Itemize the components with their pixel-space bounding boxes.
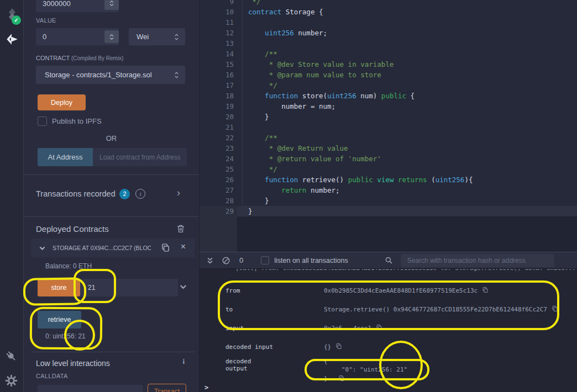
solidity-compiler-icon[interactable]: ✓ bbox=[5, 8, 19, 22]
line-number: 19 bbox=[200, 101, 234, 112]
instance-balance: Balance: 0 ETH bbox=[45, 262, 92, 270]
terminal-prompt[interactable]: > bbox=[204, 384, 208, 391]
icon-sidebar: ✓ bbox=[0, 0, 24, 392]
chevron-right-icon[interactable]: › bbox=[177, 187, 180, 199]
code-line: 12 uint256 number; bbox=[200, 28, 577, 38]
listen-all-transactions-label: listen on all transactions bbox=[274, 257, 348, 264]
value-unit-select[interactable]: Wei bbox=[129, 28, 185, 45]
code-text: uint256 number; bbox=[234, 28, 327, 38]
value-stepper[interactable] bbox=[104, 30, 119, 43]
terminal-row-value: 0x0b2985C3Dd4cEaeAAE848D1fE68977519Ee5c1… bbox=[324, 287, 478, 294]
terminal-row-label: from bbox=[225, 287, 324, 294]
terminal-row-value: {} bbox=[324, 343, 331, 351]
code-text bbox=[234, 38, 248, 49]
terminal-toolbar: 0 listen on all transactions bbox=[200, 252, 577, 268]
code-line: 28 } bbox=[200, 195, 577, 206]
line-number: 23 bbox=[200, 143, 234, 153]
code-line: 17 */ bbox=[200, 80, 577, 91]
trash-icon[interactable] bbox=[176, 224, 186, 234]
code-text: /** bbox=[234, 49, 277, 59]
value-unit-selected: Wei bbox=[137, 33, 149, 41]
line-number: 11 bbox=[200, 17, 234, 28]
chevron-down-icon[interactable] bbox=[179, 283, 187, 291]
low-level-interactions-title: Low level interactions bbox=[36, 359, 110, 368]
terminal-row-label: input bbox=[225, 325, 324, 332]
contract-select[interactable]: Storage - contracts/1_Storage.sol bbox=[36, 66, 185, 84]
line-number: 12 bbox=[200, 28, 234, 38]
line-number: 20 bbox=[200, 112, 234, 122]
listen-all-transactions-checkbox[interactable] bbox=[261, 256, 269, 264]
code-editor[interactable]: 9 */10contract Storage {1112 uint256 num… bbox=[199, 0, 577, 252]
line-number: 17 bbox=[200, 80, 234, 91]
contract-selected: Storage - contracts/1_Storage.sol bbox=[45, 71, 152, 79]
code-line: 24 * @return value of 'number' bbox=[200, 153, 577, 164]
clear-console-icon[interactable] bbox=[222, 256, 230, 265]
terminal-row: toStorage.retrieve() 0x94C46772687cCD185… bbox=[225, 305, 558, 324]
code-text: * @return value of 'number' bbox=[234, 153, 381, 164]
contract-label: CONTRACT (Compiled By Remix) bbox=[36, 55, 123, 61]
terminal-search-input[interactable] bbox=[401, 254, 554, 267]
editor-empty-area bbox=[237, 216, 577, 252]
terminal-row-label: to bbox=[225, 306, 324, 313]
info-circle-icon: i bbox=[135, 189, 145, 199]
gas-limit-stepper[interactable] bbox=[104, 0, 119, 10]
at-address-input[interactable] bbox=[93, 148, 187, 166]
retrieve-button[interactable]: retrieve bbox=[38, 311, 81, 329]
contract-instance-header[interactable]: STORAGE AT 0X94C...CC2C7 (BLOCK × bbox=[31, 239, 195, 257]
copy-icon[interactable] bbox=[338, 375, 345, 382]
deploy-and-run-icon[interactable] bbox=[5, 32, 19, 46]
code-line: 21 bbox=[200, 122, 577, 133]
code-line: 23 * @dev Return value bbox=[200, 143, 577, 153]
code-line: 16 * @param num value to store bbox=[200, 70, 577, 80]
code-line: 18 function store(uint256 num) public { bbox=[200, 91, 577, 101]
publish-ipfs-checkbox[interactable] bbox=[38, 116, 47, 126]
settings-gear-icon[interactable] bbox=[5, 374, 19, 389]
code-text: number = num; bbox=[234, 101, 335, 112]
publish-ipfs-label: Publish to IPFS bbox=[52, 117, 102, 125]
code-line: 19 number = num; bbox=[200, 101, 577, 112]
copy-icon[interactable] bbox=[482, 287, 489, 293]
divider bbox=[31, 352, 195, 352]
line-number: 28 bbox=[200, 195, 234, 206]
chevron-down-icon bbox=[39, 245, 46, 252]
contract-sublabel: (Compiled By Remix) bbox=[71, 55, 123, 61]
copy-icon[interactable] bbox=[552, 305, 558, 312]
line-number: 16 bbox=[200, 70, 234, 80]
terminal-row-value: 0x2e6...4cec1 bbox=[324, 325, 371, 332]
at-address-button[interactable]: At Address bbox=[38, 148, 93, 166]
copy-icon[interactable] bbox=[376, 324, 382, 331]
store-button[interactable]: store bbox=[38, 279, 80, 296]
plugin-manager-icon[interactable] bbox=[5, 350, 19, 364]
remix-ide: ✓ bbox=[0, 0, 577, 392]
calldata-input[interactable] bbox=[38, 385, 143, 392]
editor-lines: 9 */10contract Storage {1112 uint256 num… bbox=[200, 0, 577, 216]
code-text: */ bbox=[234, 164, 277, 174]
editor-gutter-empty bbox=[200, 216, 237, 252]
line-number: 25 bbox=[200, 164, 234, 174]
code-text bbox=[234, 122, 248, 133]
collapse-terminal-icon[interactable] bbox=[206, 257, 214, 264]
terminal-row-value: Storage.retrieve() 0x94C46772687cCD18555… bbox=[324, 306, 547, 313]
transact-button[interactable]: Transact bbox=[148, 384, 186, 392]
copy-icon[interactable] bbox=[335, 343, 342, 349]
line-number: 15 bbox=[200, 59, 234, 70]
store-arg-input[interactable] bbox=[80, 279, 178, 296]
line-number: 22 bbox=[200, 133, 234, 143]
terminal-row: decoded input{} bbox=[225, 343, 558, 362]
code-line: 15 * @dev Store value in variable bbox=[200, 59, 577, 70]
decoded-output-close: } bbox=[324, 375, 328, 382]
copy-icon[interactable] bbox=[161, 243, 170, 252]
code-text: */ bbox=[234, 80, 277, 91]
deployed-contracts-title: Deployed Contracts bbox=[36, 224, 109, 234]
code-text: function store(uint256 num) public { bbox=[234, 91, 415, 101]
code-text: } bbox=[234, 195, 269, 206]
deploy-button[interactable]: Deploy bbox=[38, 94, 86, 110]
transactions-count-badge: 2 bbox=[119, 189, 130, 199]
transactions-recorded-label: Transactions recorded bbox=[36, 189, 116, 198]
contract-instance-title: STORAGE AT 0X94C...CC2C7 (BLOCK bbox=[53, 245, 151, 251]
terminal-row-label: decoded input bbox=[225, 343, 324, 351]
code-text: } bbox=[234, 112, 269, 122]
close-icon[interactable]: × bbox=[181, 242, 186, 252]
code-text: * @dev Return value bbox=[234, 143, 348, 153]
code-line: 14 /** bbox=[200, 49, 577, 59]
